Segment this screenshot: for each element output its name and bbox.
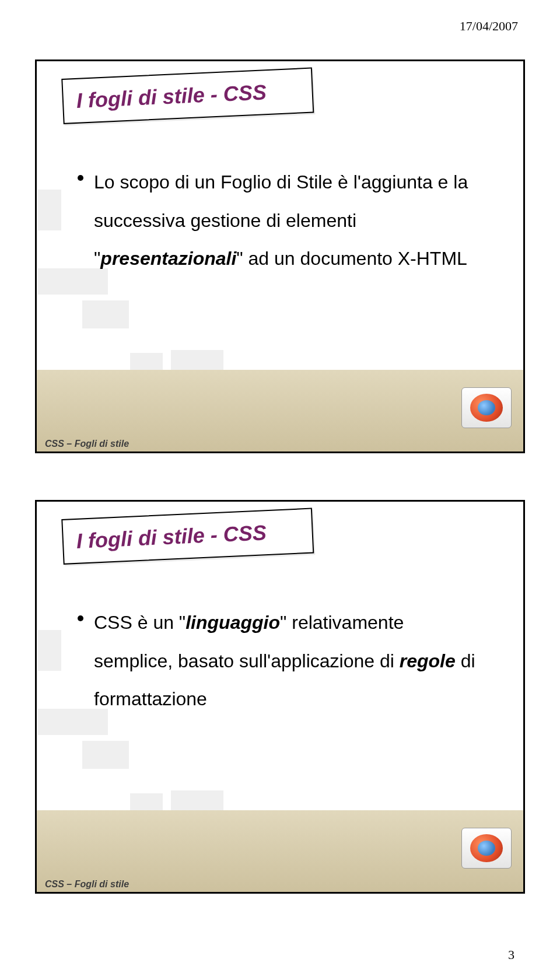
slide-body: Lo scopo di un Foglio di Stile è l'aggiu…: [78, 163, 482, 285]
bullet-icon: [78, 175, 83, 181]
logo-icon: [461, 387, 512, 428]
slide-body: CSS è un "linguaggio" relativamente semp…: [78, 604, 482, 726]
slide-footer-bar: CSS – Fogli di stile: [37, 370, 523, 452]
page-number: 3: [508, 947, 514, 963]
slide-1: CSS – Fogli di stile I fogli di stile - …: [35, 60, 525, 453]
text-emph: regole: [400, 650, 456, 671]
slide-footer-bar: CSS – Fogli di stile: [37, 810, 523, 892]
header-date: 17/04/2007: [460, 19, 518, 34]
footer-label: CSS – Fogli di stile: [45, 879, 129, 890]
bullet-text: Lo scopo di un Foglio di Stile è l'aggiu…: [94, 163, 482, 278]
slide-title: I fogli di stile - CSS: [76, 520, 267, 554]
page: 17/04/2007 CSS – Fogli di stile I fogli …: [0, 0, 560, 980]
text-span: " ad un documento X-HTML: [236, 248, 467, 269]
slide-title: I fogli di stile - CSS: [76, 80, 267, 113]
slide-title-frame: I fogli di stile - CSS: [62, 519, 313, 572]
text-emph: presentazionali: [100, 248, 236, 269]
text-emph: linguaggio: [186, 612, 280, 633]
bullet-item: CSS è un "linguaggio" relativamente semp…: [78, 604, 482, 719]
slide-2: CSS – Fogli di stile I fogli di stile - …: [35, 500, 525, 894]
bullet-icon: [78, 615, 83, 621]
footer-label: CSS – Fogli di stile: [45, 439, 129, 449]
logo-icon: [461, 828, 512, 869]
text-span: CSS è un ": [94, 612, 186, 633]
bullet-item: Lo scopo di un Foglio di Stile è l'aggiu…: [78, 163, 482, 278]
bullet-text: CSS è un "linguaggio" relativamente semp…: [94, 604, 482, 719]
slide-title-frame: I fogli di stile - CSS: [62, 79, 313, 131]
